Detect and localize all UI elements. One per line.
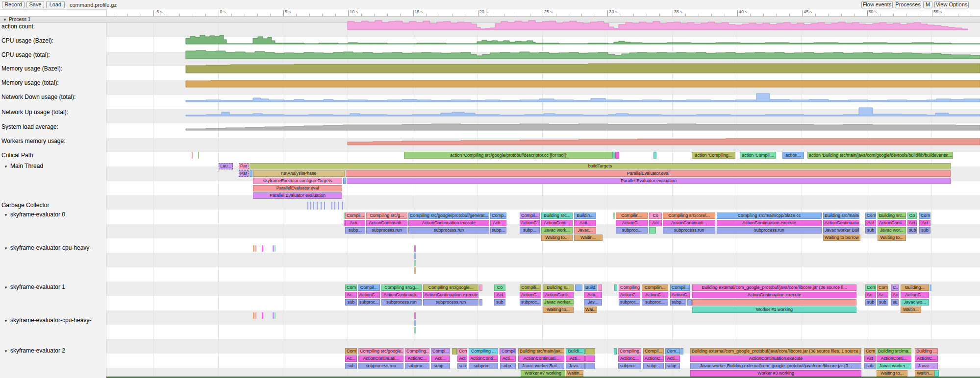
skyframe-evaluator-0-bar[interactable]: Waiting to... — [878, 235, 906, 241]
skyframe-evaluator-cpu-heavy-1-bar[interactable] — [414, 245, 416, 252]
skyframe-evaluator-1-bar[interactable]: C... — [891, 284, 899, 291]
skyframe-evaluator-2-bar[interactable]: subproc... — [469, 363, 498, 369]
skyframe-evaluator-0-bar[interactable]: subp... — [490, 227, 506, 234]
toolbar-button-processes[interactable]: Processes — [895, 1, 921, 8]
skyframe-evaluator-2-bar[interactable] — [585, 348, 595, 354]
skyframe-evaluator-2-bar[interactable] — [614, 348, 617, 354]
skyframe-evaluator-1-bar[interactable]: ActionC... — [619, 292, 640, 298]
skyframe-evaluator-2-bar[interactable]: Building src/main/jav... — [518, 348, 564, 354]
skyframe-evaluator-1-bar[interactable]: Compiling ... — [619, 284, 640, 291]
skyframe-evaluator-2-bar[interactable]: Buildi... — [566, 348, 585, 354]
skyframe-evaluator-2-bar[interactable]: Javac worker... — [877, 363, 911, 369]
skyframe-evaluator-2-bar[interactable]: Compiling... — [405, 348, 429, 354]
skyframe-evaluator-1-bar[interactable]: Building s... — [543, 284, 574, 291]
skyframe-evaluator-2-bar[interactable]: ActionConti... — [469, 355, 498, 362]
skyframe-evaluator-0-bar[interactable]: ActionC... — [616, 220, 648, 226]
skyframe-evaluator-0-bar[interactable]: Compiling src/google/protobuf/generat... — [408, 213, 489, 219]
garbage-collector-bar[interactable] — [317, 202, 318, 210]
garbage-collector-bar[interactable] — [324, 202, 325, 210]
skyframe-evaluator-2-bar[interactable] — [585, 363, 595, 369]
skyframe-evaluator-0-bar[interactable]: ActionContinuation.execute — [408, 220, 489, 226]
critical-path-bar[interactable] — [192, 152, 193, 159]
track-label-skyframe-evaluator-1[interactable]: ▼skyframe-evaluator 1 — [4, 284, 65, 290]
skyframe-evaluator-2-bar[interactable]: Compiling... — [618, 348, 641, 354]
skyframe-evaluator-0-bar[interactable] — [344, 220, 345, 226]
skyframe-evaluator-0-bar[interactable]: subp... — [520, 227, 540, 234]
skyframe-evaluator-0-bar[interactable]: Compil... — [520, 213, 540, 219]
skyframe-evaluator-1-bar[interactable]: Compil... — [670, 284, 690, 291]
skyframe-evaluator-cpu-heavy-1-bar[interactable] — [253, 245, 254, 252]
skyframe-evaluator-1-bar[interactable]: Building... — [901, 284, 929, 291]
skyframe-evaluator-2-bar[interactable]: Building src/ma... — [877, 348, 911, 354]
skyframe-evaluator-2-bar[interactable]: ActionContinuati... — [518, 355, 564, 362]
skyframe-evaluator-1-bar[interactable] — [614, 284, 617, 291]
skyframe-evaluator-2-bar[interactable]: Javac worker Building external/com_googl… — [690, 363, 861, 369]
critical-path-bar[interactable]: action 'Compili... — [740, 152, 776, 159]
skyframe-evaluator-cpu-heavy-1-bar[interactable] — [414, 267, 416, 274]
critical-path-bar[interactable] — [615, 152, 619, 159]
skyframe-evaluator-0-bar[interactable]: Acti... — [345, 220, 365, 226]
main-thread-bar[interactable]: Par — [239, 163, 249, 169]
skyframe-evaluator-1-bar[interactable]: ActionC... — [901, 292, 929, 298]
garbage-collector-bar[interactable] — [342, 202, 343, 210]
skyframe-evaluator-2-bar[interactable]: ActionContinuati... — [358, 355, 403, 362]
skyframe-evaluator-1-bar[interactable]: sub — [877, 299, 888, 306]
skyframe-evaluator-0-bar[interactable]: Comp... — [490, 213, 506, 219]
skyframe-evaluator-1-bar[interactable]: Worker #1 working — [692, 307, 856, 313]
skyframe-evaluator-2-bar[interactable] — [680, 348, 683, 354]
skyframe-evaluator-0-bar[interactable] — [649, 227, 656, 234]
skyframe-evaluator-0-bar[interactable]: Compilin... — [616, 213, 648, 219]
skyframe-evaluator-2-bar[interactable]: Act — [457, 355, 467, 362]
skyframe-evaluator-2-bar[interactable]: ActionConti... — [877, 355, 911, 362]
skyframe-evaluator-1-bar[interactable]: Ac... — [891, 292, 899, 298]
skyframe-evaluator-0-bar[interactable]: ActionConti... — [878, 220, 906, 226]
critical-path-bar[interactable] — [198, 152, 199, 159]
track-label-skyframe-evaluator-2[interactable]: ▼skyframe-evaluator 2 — [4, 347, 65, 354]
critical-path-bar[interactable]: action 'Compiling src/google/protobuf/de… — [404, 152, 613, 159]
skyframe-evaluator-1-bar[interactable] — [479, 284, 482, 291]
skyframe-evaluator-0-bar[interactable]: Com — [865, 213, 876, 219]
skyframe-evaluator-1-bar[interactable]: Jav... — [584, 299, 602, 306]
skyframe-evaluator-2-bar[interactable]: ActionC... — [643, 355, 664, 362]
skyframe-evaluator-1-bar[interactable]: Ac... — [865, 292, 876, 298]
skyframe-evaluator-2-bar[interactable]: Acti... — [500, 355, 516, 362]
skyframe-evaluator-0-bar[interactable]: Building src/main/java/com/go... — [823, 213, 859, 219]
main-thread-bar[interactable]: Par — [239, 170, 249, 177]
skyframe-evaluator-1-bar[interactable]: Compili... — [520, 284, 541, 291]
skyframe-evaluator-1-bar[interactable]: Building external/com_google_protobuf/ja… — [692, 284, 856, 291]
skyframe-evaluator-2-bar[interactable]: subprocess.run — [358, 363, 403, 369]
garbage-collector-bar[interactable] — [321, 202, 322, 210]
skyframe-evaluator-1-bar[interactable]: Ac... — [877, 292, 888, 298]
skyframe-evaluator-2-bar[interactable]: Javac ... — [915, 363, 938, 369]
skyframe-evaluator-1-bar[interactable]: subprocess.run — [381, 299, 422, 306]
skyframe-evaluator-1-bar[interactable]: Ac... — [345, 292, 357, 298]
main-thread-bar[interactable]: Lau... — [219, 163, 233, 169]
track-label-skyframe-evaluator-cpu-heavy[interactable]: ▼skyframe-evaluator-cpu-heavy- — [4, 317, 91, 324]
skyframe-evaluator-2-bar[interactable] — [452, 348, 457, 354]
skyframe-evaluator-0-bar[interactable]: Acti... — [574, 220, 596, 226]
skyframe-evaluator-1-bar[interactable]: Waitin... — [901, 307, 921, 313]
skyframe-evaluator-1-bar[interactable] — [479, 299, 482, 306]
skyframe-evaluator-2-bar[interactable]: Act — [864, 355, 876, 362]
skyframe-evaluator-0-bar[interactable]: Buildin... — [574, 213, 596, 219]
skyframe-evaluator-cpu-heavy-2-bar[interactable] — [273, 312, 274, 319]
garbage-collector-bar[interactable] — [310, 202, 311, 210]
skyframe-evaluator-cpu-heavy-2-bar[interactable] — [414, 320, 416, 326]
skyframe-evaluator-1-bar[interactable]: Wai... — [584, 307, 597, 313]
critical-path-bar[interactable] — [653, 152, 656, 159]
skyframe-evaluator-1-bar[interactable]: su... — [891, 299, 899, 306]
skyframe-evaluator-2-bar[interactable]: Worker #3 working — [690, 370, 861, 377]
skyframe-evaluator-1-bar[interactable]: Build... — [584, 284, 597, 291]
track-label-main-thread[interactable]: ▼Main Thread — [4, 163, 43, 169]
critical-path-bar[interactable]: action... — [782, 152, 804, 159]
critical-path-bar[interactable] — [613, 152, 615, 159]
skyframe-evaluator-cpu-heavy-1-bar[interactable] — [273, 245, 274, 252]
skyframe-evaluator-2-bar[interactable]: subproc... — [405, 363, 429, 369]
skyframe-evaluator-2-bar[interactable]: Java... — [566, 363, 585, 369]
garbage-collector-bar[interactable] — [331, 202, 332, 210]
skyframe-evaluator-2-bar[interactable]: Acti... — [566, 355, 585, 362]
skyframe-evaluator-1-bar[interactable]: ActionContinuation.execute — [423, 292, 478, 298]
skyframe-evaluator-2-bar[interactable]: Com... — [665, 348, 680, 354]
skyframe-evaluator-cpu-heavy-1-bar[interactable] — [262, 245, 263, 252]
skyframe-evaluator-cpu-heavy-2-bar[interactable] — [262, 312, 263, 319]
